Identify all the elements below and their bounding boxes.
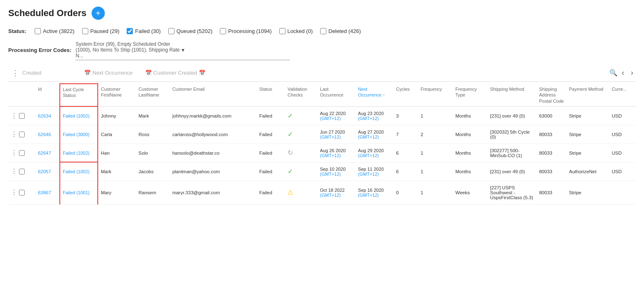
prev-page-button[interactable]: ‹ xyxy=(619,68,627,78)
row-lastname-cell: Jacobs xyxy=(136,162,170,181)
row-select-checkbox[interactable] xyxy=(19,150,25,156)
status-filter-paused[interactable]: Paused (29) xyxy=(82,28,120,34)
row-last-occurrence-cell: Aug 22 2020 (GMT+12) xyxy=(318,106,356,125)
add-button[interactable]: + xyxy=(92,7,105,20)
row-menu-icon[interactable]: ⋮ xyxy=(11,112,17,120)
th-status: Status xyxy=(257,84,285,106)
row-firstname-cell: Carla xyxy=(98,125,136,144)
row-menu-icon[interactable]: ⋮ xyxy=(11,167,17,175)
row-menu-icon[interactable]: ⋮ xyxy=(11,149,17,157)
row-status-cell: Failed xyxy=(257,162,285,181)
row-menu-icon[interactable]: ⋮ xyxy=(11,188,17,196)
validation-check-icon: ✓ xyxy=(288,112,293,119)
th-cycles: Cycles xyxy=(394,84,418,106)
row-select-checkbox[interactable] xyxy=(19,113,25,119)
error-codes-dropdown[interactable]: System Error (99), Empty Scheduled Order… xyxy=(75,40,290,60)
status-checkbox-deleted[interactable] xyxy=(320,28,326,34)
status-checkbox-locked[interactable] xyxy=(279,28,285,34)
row-currency-cell: USD xyxy=(609,106,636,125)
status-checkbox-failed[interactable] xyxy=(127,28,133,34)
last-cycle-status-link[interactable]: Failed (1002) xyxy=(63,169,90,174)
status-filter-queued[interactable]: Queued (5202) xyxy=(168,28,212,34)
last-occurrence-tz-link[interactable]: (GMT+12) xyxy=(320,172,353,177)
row-frequency-type-cell: Months xyxy=(453,125,488,144)
table-row: ⋮ 62634Failed (1002)JohnnyMarkjohhnyy.ma… xyxy=(8,106,636,125)
order-id-link[interactable]: 62057 xyxy=(38,169,51,174)
status-checkbox-active[interactable] xyxy=(35,28,41,34)
next-page-button[interactable]: › xyxy=(628,68,636,78)
row-last-occurrence-cell: Sep 10 2020 (GMT+12) xyxy=(318,162,356,181)
row-validation-cell: ↻ xyxy=(285,144,317,162)
created-filter-label: Created xyxy=(22,70,72,76)
status-filter-active[interactable]: Active (3822) xyxy=(35,28,75,34)
row-currency-cell: USD xyxy=(609,125,636,144)
row-firstname-cell: Mark xyxy=(98,162,136,181)
row-email-cell: carlaross@hollywood.com xyxy=(170,125,257,144)
customer-created-filter-label: Customer Created xyxy=(153,70,197,76)
row-cycles-cell: 0 xyxy=(394,181,418,204)
order-id-link[interactable]: 62647 xyxy=(38,151,51,155)
row-select-checkbox[interactable] xyxy=(19,132,25,137)
row-email-cell: johhnyy.markk@gmails.com xyxy=(170,106,257,125)
next-occurrence-tz-link[interactable]: (GMT+12) xyxy=(358,134,391,139)
row-actions-cell: ⋮ xyxy=(8,162,35,181)
last-occurrence-tz-link[interactable]: (GMT+12) xyxy=(320,193,353,198)
scheduled-orders-table: Id Last Cycle Status Customer FirstName … xyxy=(8,83,636,205)
validation-check-icon: ✓ xyxy=(288,131,293,138)
customer-created-cal-icon2: 📅 xyxy=(199,70,205,76)
customer-created-filter[interactable]: 📅 Customer Created 📅 xyxy=(145,70,205,76)
last-occurrence-tz-link[interactable]: (GMT+12) xyxy=(320,153,353,158)
row-last-cycle-status-cell: Failed (1001) xyxy=(60,181,98,204)
search-icon[interactable]: 🔍 xyxy=(609,69,618,77)
status-checkbox-processing[interactable] xyxy=(220,28,226,34)
status-value: Failed xyxy=(259,169,272,174)
customer-created-cal-icon: 📅 xyxy=(145,70,152,76)
last-cycle-status-link[interactable]: Failed (1002) xyxy=(63,113,90,118)
next-occurrence-tz-link[interactable]: (GMT+12) xyxy=(358,116,391,121)
th-last-occurrence: Last Occurrence xyxy=(318,84,356,106)
row-email-cell: hansolo@deathstar.co xyxy=(170,144,257,162)
last-cycle-status-link[interactable]: Failed (1002) xyxy=(63,151,90,155)
status-value: Failed xyxy=(259,132,272,137)
table-row: ⋮ 62646Failed (3000)CarlaRosscarlaross@h… xyxy=(8,125,636,144)
row-next-occurrence-cell: Aug 23 2020 (GMT+12) xyxy=(356,106,394,125)
last-cycle-status-link[interactable]: Failed (3000) xyxy=(63,132,90,137)
last-occurrence-tz-link[interactable]: (GMT+12) xyxy=(320,116,353,121)
row-lastname-cell: Ross xyxy=(136,125,170,144)
th-validation-checks: Validation Checks xyxy=(285,84,317,106)
status-checkbox-queued[interactable] xyxy=(168,28,175,34)
row-cycles-cell: 6 xyxy=(394,144,418,162)
row-payment-method-cell: Stripe xyxy=(566,181,609,204)
th-shipping-method: Shipping Method xyxy=(488,84,537,106)
row-last-occurrence-cell: Jun 27 2020 (GMT+12) xyxy=(318,125,356,144)
next-occurrence-tz-link[interactable]: (GMT+12) xyxy=(358,193,391,198)
error-codes-label: Processing Error Codes: xyxy=(8,47,71,53)
status-filter-failed[interactable]: Failed (30) xyxy=(127,28,160,34)
last-occurrence-tz-link[interactable]: (GMT+12) xyxy=(320,134,353,139)
next-occurrence-filter[interactable]: 📅 Next Occurrence xyxy=(84,70,133,76)
row-actions-cell: ⋮ xyxy=(8,106,35,125)
next-occurrence-tz-link[interactable]: (GMT+12) xyxy=(358,153,391,158)
status-label-processing: Processing (1094) xyxy=(228,28,272,34)
row-next-occurrence-cell: Sep 11 2020 (GMT+12) xyxy=(356,162,394,181)
status-filter-processing[interactable]: Processing (1094) xyxy=(220,28,272,34)
status-filter-locked[interactable]: Locked (0) xyxy=(279,28,313,34)
order-id-link[interactable]: 62634 xyxy=(38,113,51,118)
status-filter-deleted[interactable]: Deleted (426) xyxy=(320,28,361,34)
next-occurrence-tz-link[interactable]: (GMT+12) xyxy=(358,172,391,177)
order-id-link[interactable]: 63867 xyxy=(38,190,51,195)
order-id-link[interactable]: 62646 xyxy=(38,132,51,137)
row-menu-icon[interactable]: ⋮ xyxy=(11,130,17,138)
next-occurrence-date: Sep 11 2020 xyxy=(358,167,391,172)
column-options-icon[interactable]: ⋮ xyxy=(8,68,22,78)
row-status-cell: Failed xyxy=(257,125,285,144)
row-select-checkbox[interactable] xyxy=(19,169,25,174)
th-next-occurrence: Next Occurrence ↑ xyxy=(356,84,394,106)
row-postal-code-cell: 80033 xyxy=(537,125,567,144)
row-cycles-cell: 7 xyxy=(394,125,418,144)
status-label-active: Active (3822) xyxy=(43,28,75,34)
row-firstname-cell: Johnny xyxy=(98,106,136,125)
status-checkbox-paused[interactable] xyxy=(82,28,88,34)
last-cycle-status-link[interactable]: Failed (1001) xyxy=(63,190,90,195)
row-select-checkbox[interactable] xyxy=(19,190,25,195)
